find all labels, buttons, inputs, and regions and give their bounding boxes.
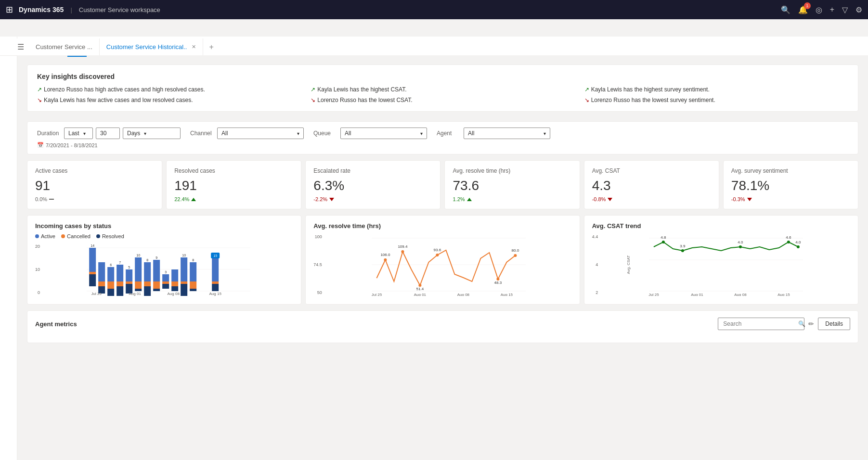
filters-section: Duration Last ▾ 30 Days ▾ Channel — [27, 121, 858, 154]
svg-rect-28 — [144, 286, 151, 296]
channel-select[interactable]: All ▾ — [217, 128, 304, 139]
svg-text:48.3: 48.3 — [494, 281, 502, 285]
add-icon[interactable]: + — [830, 5, 834, 14]
chevron-down-icon-channel: ▾ — [297, 131, 299, 136]
svg-rect-38 — [171, 269, 178, 281]
resolve-dot-peak — [401, 250, 404, 253]
insight-up-icon-3: ↗ — [311, 86, 315, 93]
duration-value-select[interactable]: 30 — [96, 128, 120, 139]
svg-rect-3 — [89, 248, 96, 272]
topbar-icon-group: 🔍 🔔 ◎ + ▽ ⚙ — [781, 5, 862, 14]
svg-rect-50 — [212, 281, 219, 284]
search-icon[interactable]: 🔍 — [781, 5, 790, 14]
csat-chart-area: 4.4 4 2 — [592, 233, 850, 297]
metric-change-3: 1.2% — [453, 196, 571, 202]
svg-text:7: 7 — [119, 261, 121, 264]
metric-value-4: 4.3 — [592, 178, 711, 193]
hamburger-icon[interactable]: ☰ — [17, 42, 24, 51]
legend-active: Active — [35, 233, 55, 239]
filter-icon[interactable]: ▽ — [842, 5, 848, 14]
queue-label: Queue — [313, 130, 337, 137]
svg-text:Aug 15: Aug 15 — [777, 293, 790, 296]
insight-item-2: ↘ Kayla Lewis has few active cases and l… — [37, 97, 301, 103]
legend-dot-cancelled — [61, 234, 65, 238]
avg-resolve-time-title: Avg. resolve time (hrs) — [313, 222, 571, 230]
metric-change-4: -0.8% — [592, 196, 711, 202]
tab-add-button[interactable]: + — [203, 43, 219, 51]
tab-close-icon[interactable]: ✕ — [192, 44, 196, 50]
incoming-bars-svg: 14 6 — [44, 243, 293, 296]
svg-text:4.6: 4.6 — [786, 235, 792, 240]
svg-text:4.0: 4.0 — [738, 240, 744, 244]
svg-rect-46 — [190, 281, 196, 289]
content-area: Key insights discovered ↗ Lorenzo Russo … — [17, 57, 868, 351]
agent-metrics-header: Agent metrics 🔍 ✏ Details — [35, 318, 850, 330]
metric-resolved-cases: Resolved cases 191 22.4% — [166, 160, 301, 209]
search-icon: 🔍 — [798, 320, 805, 327]
insight-down-icon-2: ↘ — [37, 97, 42, 103]
metric-change-2: -2.2% — [313, 196, 432, 202]
agent-label: Agent — [437, 130, 461, 137]
svg-text:5: 5 — [128, 266, 130, 269]
app-title: Dynamics 365 — [19, 6, 64, 13]
svg-text:Jul 25: Jul 25 — [91, 292, 102, 296]
svg-text:Aug 15: Aug 15 — [209, 292, 221, 296]
edit-icon[interactable]: ✏ — [808, 320, 814, 328]
svg-text:6: 6 — [110, 263, 112, 267]
details-button[interactable]: Details — [818, 318, 850, 330]
svg-rect-51 — [212, 284, 219, 291]
resolve-dot-end — [514, 254, 517, 257]
svg-rect-34 — [162, 274, 169, 281]
tab-customer-service[interactable]: Customer Service ... — [29, 38, 100, 56]
svg-rect-26 — [144, 262, 151, 281]
tab-customer-service-historical[interactable]: Customer Service Historical.. ✕ — [100, 38, 204, 56]
agent-search-box[interactable]: 🔍 — [718, 318, 804, 330]
svg-text:Aug 15: Aug 15 — [501, 293, 513, 296]
svg-rect-35 — [162, 281, 169, 284]
channel-filter: Channel All ▾ — [190, 128, 304, 139]
csat-chart-svg-container: 4.8 3.9 4.0 4.6 4.0 Jul 25 Aug 01 — [602, 233, 850, 297]
date-range: 📅 7/20/2021 - 8/18/2021 — [37, 142, 848, 148]
change-arrow-down-icon-2 — [329, 198, 334, 201]
metric-title-1: Resolved cases — [174, 167, 293, 174]
duration-last-select[interactable]: Last ▾ — [64, 128, 93, 139]
filter-row: Duration Last ▾ 30 Days ▾ Channel — [37, 128, 848, 139]
insights-title: Key insights discovered — [37, 73, 848, 80]
notification-icon[interactable]: 🔔 — [798, 5, 808, 14]
svg-rect-14 — [117, 265, 123, 281]
change-arrow-up-icon — [191, 198, 196, 201]
queue-select[interactable]: All ▾ — [340, 128, 427, 139]
svg-text:8: 8 — [146, 258, 148, 262]
svg-text:Jul 25: Jul 25 — [372, 293, 382, 296]
resolve-dot-2 — [436, 254, 439, 256]
csat-dot-2 — [681, 249, 684, 252]
duration-filter: Duration Last ▾ 30 Days ▾ — [37, 128, 181, 139]
svg-rect-15 — [117, 281, 123, 286]
svg-text:106.0: 106.0 — [380, 253, 390, 257]
svg-rect-16 — [117, 286, 123, 296]
svg-rect-8 — [98, 281, 105, 286]
svg-text:Aug 01: Aug 01 — [691, 293, 703, 296]
svg-rect-40 — [171, 286, 178, 291]
agent-select[interactable]: All ▾ — [464, 128, 550, 139]
insight-item-5: ↗ Kayla Lewis has the highest survey sen… — [584, 86, 848, 93]
insight-up-icon-1: ↗ — [37, 86, 42, 93]
insight-text-3: Kayla Lewis has the highest CSAT. — [317, 86, 406, 93]
target-icon[interactable]: ◎ — [816, 5, 822, 14]
metrics-row: Active cases 91 0.0% Resolved cases 191 … — [27, 160, 858, 209]
svg-text:51.4: 51.4 — [416, 287, 424, 291]
svg-rect-39 — [171, 281, 178, 286]
agent-search-input[interactable] — [723, 320, 795, 327]
csat-dot-1 — [662, 241, 665, 243]
svg-text:109.4: 109.4 — [398, 244, 408, 249]
legend-dot-active — [35, 234, 39, 238]
settings-icon[interactable]: ⚙ — [855, 5, 862, 14]
apps-menu-icon[interactable]: ⊞ — [6, 4, 13, 15]
resolve-chart-svg: 109.4 106.0 93.6 51.4 48.3 80.0 — [326, 233, 572, 296]
csat-dot-5 — [797, 245, 800, 248]
svg-rect-19 — [126, 281, 132, 284]
agent-metrics-controls: 🔍 ✏ Details — [718, 318, 850, 330]
resolve-dot-1 — [384, 258, 387, 261]
duration-unit-select[interactable]: Days ▾ — [123, 128, 181, 139]
svg-rect-47 — [190, 289, 196, 291]
